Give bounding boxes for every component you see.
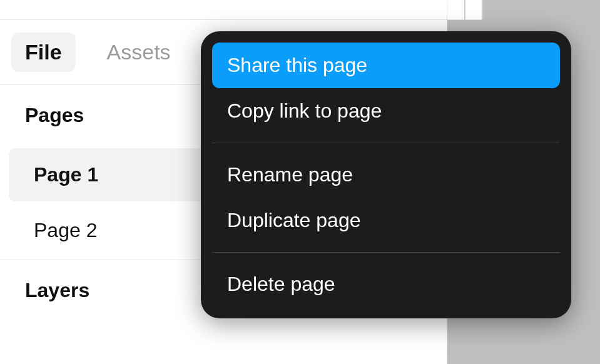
- ruler-tick: [464, 0, 465, 20]
- menu-divider: [212, 252, 560, 253]
- tab-assets[interactable]: Assets: [93, 33, 185, 72]
- menu-item-share-page[interactable]: Share this page: [212, 43, 560, 88]
- menu-item-rename-page[interactable]: Rename page: [212, 152, 560, 198]
- menu-item-copy-link[interactable]: Copy link to page: [212, 88, 560, 134]
- context-menu: Share this page Copy link to page Rename…: [201, 31, 571, 318]
- menu-divider: [212, 143, 560, 143]
- top-bar: [0, 0, 447, 20]
- menu-item-duplicate-page[interactable]: Duplicate page: [212, 198, 560, 243]
- menu-item-delete-page[interactable]: Delete page: [212, 261, 560, 307]
- tab-file[interactable]: File: [11, 33, 76, 72]
